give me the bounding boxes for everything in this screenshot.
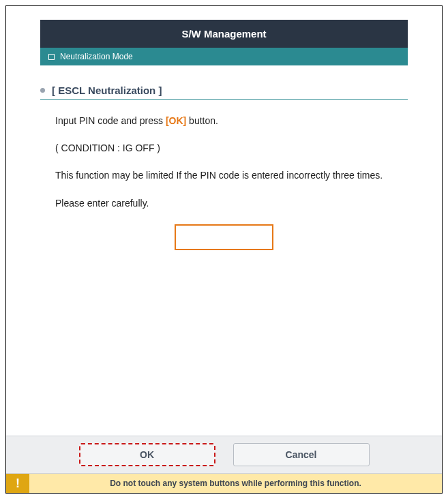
mode-bar: Neutralization Mode [40,48,408,65]
ok-button[interactable]: OK [79,443,215,466]
instruction-line: Input PIN code and press [OK] button. [55,115,408,127]
bullet-icon [40,88,45,93]
app-window: S/W Management Neutralization Mode [ ESC… [5,5,443,494]
cancel-button[interactable]: Cancel [233,443,370,466]
warning-icon: ! [6,474,29,493]
header-title: S/W Management [40,20,408,48]
section-title: [ ESCL Neutralization ] [52,85,162,96]
instruction-prefix: Input PIN code and press [55,115,166,126]
careful-line: Please enter carefully. [55,197,408,209]
warning-bar: ! Do not touch any system buttons while … [6,474,442,493]
button-bar: OK Cancel [6,436,442,474]
caution-line: This function may be limited If the PIN … [55,169,408,181]
pin-input[interactable] [175,224,273,250]
instruction-suffix: button. [186,115,218,126]
instruction-ok-highlight: [OK] [166,115,186,126]
pin-input-wrap [40,224,408,250]
mode-bar-label: Neutralization Mode [60,52,133,61]
section-body: Input PIN code and press [OK] button. ( … [55,115,408,209]
warning-text: Do not touch any system buttons while pe… [29,474,442,493]
condition-line: ( CONDITION : IG OFF ) [55,142,408,154]
section-title-row: [ ESCL Neutralization ] [40,85,408,100]
stop-icon [48,54,55,60]
section-escl: [ ESCL Neutralization ] Input PIN code a… [40,85,408,250]
